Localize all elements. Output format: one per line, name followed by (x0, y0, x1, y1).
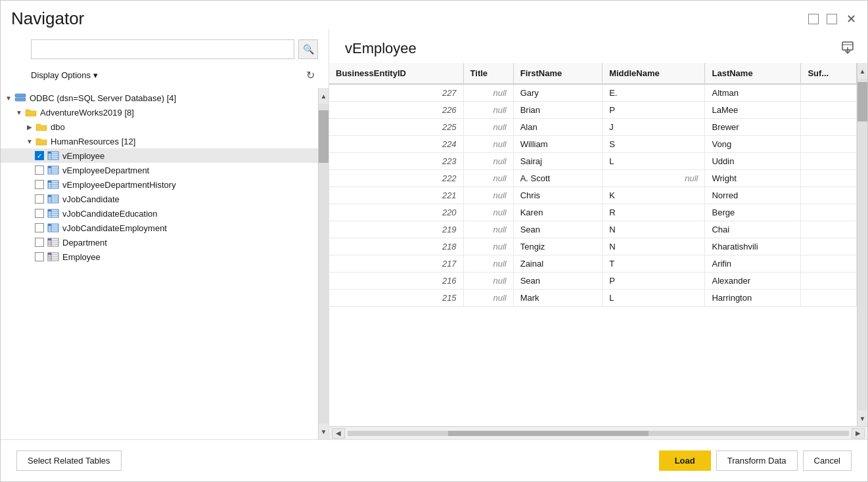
cell-suffix (801, 136, 857, 153)
tree-item-department[interactable]: Department (1, 235, 318, 250)
cell-businessentityid: 223 (329, 153, 463, 170)
table-row: 226nullBrianPLaMee (329, 102, 857, 119)
footer-left: Select Related Tables (16, 450, 122, 471)
table-row: 227nullGaryE.Altman (329, 84, 857, 102)
cell-businessentityid: 226 (329, 102, 463, 119)
cell-firstname: Karen (513, 204, 602, 221)
data-scroll-track[interactable] (857, 79, 867, 410)
folder-open-icon (24, 107, 37, 118)
checkbox-vjobcandidate[interactable] (35, 194, 44, 204)
refresh-button[interactable]: ↻ (302, 67, 318, 83)
transform-data-button[interactable]: Transform Data (716, 450, 798, 471)
tree-arrow-adventureworks: ▼ (14, 107, 24, 118)
minimize-button[interactable] (808, 14, 819, 24)
tree-scroll-down[interactable]: ▼ (319, 424, 329, 439)
data-scroll-left[interactable]: ◀ (332, 428, 345, 439)
tree-scroll-up[interactable]: ▲ (319, 88, 329, 104)
cell-middlename: null (603, 170, 705, 187)
cell-title: null (463, 273, 513, 290)
tree-item-humanresources[interactable]: ▼ HumanResources [12] (1, 134, 318, 148)
checkbox-vemployeedepartment[interactable] (35, 165, 44, 175)
tree-item-vemployeedepartment[interactable]: vEmployeeDepartment (1, 163, 318, 177)
view-icon-vemployeedepthistory (47, 179, 60, 190)
svg-rect-26 (48, 195, 51, 197)
tree-scrollbar: ▲ ▼ (318, 88, 329, 439)
search-button[interactable]: 🔍 (298, 39, 318, 59)
data-scroll-right[interactable]: ▶ (852, 428, 865, 439)
table-row: 215nullMarkLHarrington (329, 290, 857, 307)
maximize-button[interactable] (827, 14, 837, 24)
data-scroll-down[interactable]: ▼ (857, 410, 868, 426)
display-options-label: Display Options (31, 70, 91, 80)
view-icon-vjobcandidate (47, 194, 60, 204)
cell-middlename: J (603, 119, 705, 136)
tree-item-odbc[interactable]: ▼ ODBC (dsn=SQL Server Database) [4] (1, 91, 318, 105)
load-button[interactable]: Load (659, 450, 711, 471)
employee-label: Employee (62, 252, 101, 262)
cell-businessentityid: 217 (329, 255, 463, 273)
data-table-wrapper: BusinessEntityID Title FirstName MiddleN… (329, 63, 867, 439)
right-scrollbar: ▲ ▼ (857, 63, 867, 426)
cell-firstname: Tengiz (513, 238, 602, 255)
tree-content[interactable]: ▼ ODBC (dsn=SQL Server Database) [4] (1, 88, 318, 439)
tree-item-vemployeedepartmenthistory[interactable]: vEmployeeDepartmentHistory (1, 177, 318, 192)
cell-businessentityid: 224 (329, 136, 463, 153)
tree-item-vjobcandidateemployment[interactable]: vJobCandidateEmployment (1, 221, 318, 235)
checkbox-vemployeedepartmenthistory[interactable] (35, 180, 44, 189)
svg-rect-45 (48, 238, 51, 240)
cell-title: null (463, 170, 513, 187)
folder-open-hr-icon (35, 136, 48, 146)
navigator-window: Navigator ✕ 🔍 Display Options ▾ (0, 0, 868, 482)
cell-title: null (463, 102, 513, 119)
table-row: 224nullWilliamSVong (329, 136, 857, 153)
tree-item-vjobcandidateeducation[interactable]: vJobCandidateEducation (1, 206, 318, 221)
window-controls: ✕ (808, 13, 857, 25)
svg-rect-2 (15, 98, 26, 101)
cell-firstname: Mark (513, 290, 602, 307)
cell-middlename: N (603, 238, 705, 255)
refresh-icon: ↻ (306, 69, 315, 81)
checkbox-vemployee[interactable]: ✓ (35, 151, 44, 160)
cell-suffix (801, 187, 857, 204)
cell-firstname: A. Scott (513, 170, 602, 187)
tree-item-employee[interactable]: Employee (1, 250, 318, 264)
horiz-scroll-track[interactable] (348, 431, 849, 436)
window-title: Navigator (11, 9, 84, 29)
cell-title: null (463, 153, 513, 170)
cell-lastname: Berge (705, 204, 801, 221)
cell-suffix (801, 255, 857, 273)
cell-firstname: Brian (513, 102, 602, 119)
tree-item-vemployee[interactable]: ✓ vEmployee (1, 148, 318, 163)
data-table-scroll[interactable]: BusinessEntityID Title FirstName MiddleN… (329, 63, 857, 426)
checkbox-department[interactable] (35, 238, 44, 247)
display-options-button[interactable]: Display Options ▾ (31, 70, 98, 80)
tree-item-dbo[interactable]: ▶ dbo (1, 120, 318, 134)
cell-firstname: Sean (513, 221, 602, 238)
cell-lastname: Brewer (705, 119, 801, 136)
table-row: 223nullSairajLUddin (329, 153, 857, 170)
cell-lastname: Norred (705, 187, 801, 204)
select-related-tables-button[interactable]: Select Related Tables (16, 450, 122, 471)
data-table-container: BusinessEntityID Title FirstName MiddleN… (329, 63, 867, 426)
tree-item-vjobcandidate[interactable]: vJobCandidate (1, 192, 318, 206)
tree-item-adventureworks[interactable]: ▼ AdventureWorks2019 [8] (1, 105, 318, 120)
cell-firstname: Zainal (513, 255, 602, 273)
tree-arrow-dbo: ▶ (24, 121, 35, 132)
svg-rect-32 (48, 209, 51, 211)
table-row: 220nullKarenRBerge (329, 204, 857, 221)
checkbox-employee[interactable] (35, 252, 44, 261)
cell-title: null (463, 84, 513, 102)
table-row: 221nullChrisKNorred (329, 187, 857, 204)
cell-suffix (801, 170, 857, 187)
cell-lastname: Wright (705, 170, 801, 187)
checkbox-vjobcandidateemployment[interactable] (35, 223, 44, 232)
table-row: 216nullSeanPAlexander (329, 273, 857, 290)
search-input[interactable] (31, 39, 294, 59)
cell-suffix (801, 221, 857, 238)
checkbox-vjobcandidateeducation[interactable] (35, 209, 44, 218)
cancel-button[interactable]: Cancel (803, 450, 852, 471)
export-button[interactable] (838, 39, 857, 58)
tree-scroll-track[interactable] (319, 104, 329, 424)
data-scroll-up[interactable]: ▲ (857, 63, 868, 79)
close-button[interactable]: ✕ (845, 13, 857, 25)
